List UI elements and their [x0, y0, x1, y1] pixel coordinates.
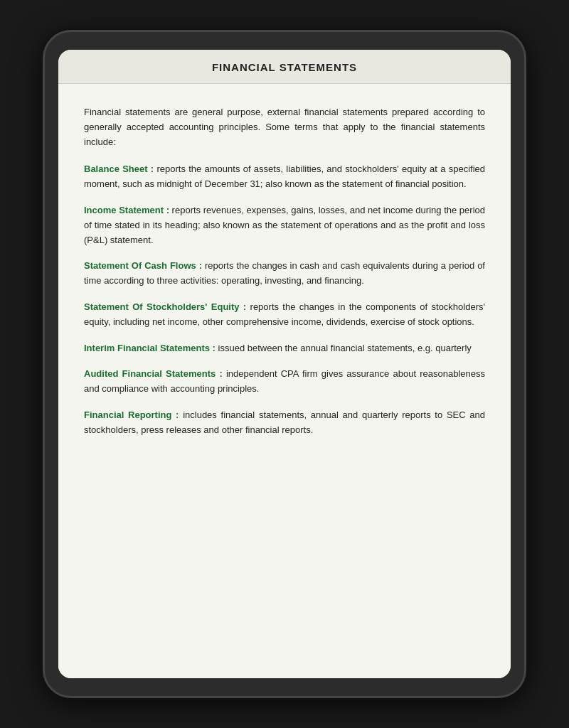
term-block: Income Statement : reports revenues, exp…: [84, 203, 485, 247]
term-block: Audited Financial Statements : independe…: [84, 367, 485, 397]
term-label: Statement Of Stockholders' Equity :: [84, 301, 250, 312]
term-label: Financial Reporting :: [84, 410, 183, 420]
term-label: Statement Of Cash Flows :: [84, 260, 205, 271]
content-area: Financial statements are general purpose…: [58, 84, 511, 678]
term-block: Statement Of Cash Flows : reports the ch…: [84, 259, 485, 289]
intro-paragraph: Financial statements are general purpose…: [84, 105, 485, 149]
term-block: Balance Sheet : reports the amounts of a…: [84, 162, 485, 192]
term-block: Interim Financial Statements : issued be…: [84, 341, 485, 356]
term-text: Income Statement : reports revenues, exp…: [84, 203, 485, 247]
tablet: FINANCIAL STATEMENTS Financial statement…: [43, 30, 526, 698]
tablet-screen: FINANCIAL STATEMENTS Financial statement…: [58, 50, 511, 678]
term-text: Interim Financial Statements : issued be…: [84, 341, 485, 356]
term-label: Income Statement :: [84, 205, 172, 215]
terms-list: Balance Sheet : reports the amounts of a…: [84, 162, 485, 437]
term-label: Audited Financial Statements :: [84, 368, 226, 379]
term-text: Statement Of Stockholders' Equity : repo…: [84, 300, 485, 330]
term-text: Balance Sheet : reports the amounts of a…: [84, 162, 485, 192]
term-block: Financial Reporting : includes financial…: [84, 408, 485, 438]
term-label: Balance Sheet :: [84, 164, 156, 174]
page-title: FINANCIAL STATEMENTS: [58, 50, 511, 84]
term-text: Audited Financial Statements : independe…: [84, 367, 485, 397]
term-text: Statement Of Cash Flows : reports the ch…: [84, 259, 485, 289]
term-label: Interim Financial Statements :: [84, 343, 218, 353]
term-block: Statement Of Stockholders' Equity : repo…: [84, 300, 485, 330]
term-text: Financial Reporting : includes financial…: [84, 408, 485, 438]
